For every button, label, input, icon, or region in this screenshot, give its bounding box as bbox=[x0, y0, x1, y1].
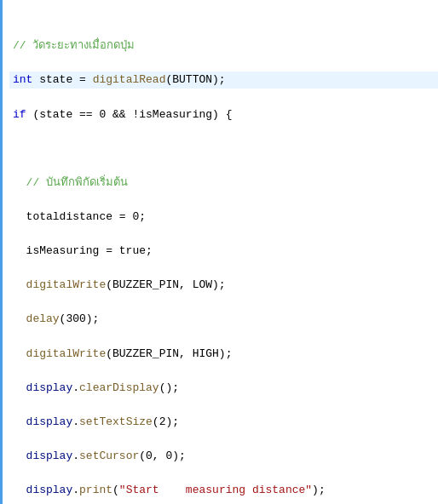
code-token: totaldistance = 0; bbox=[13, 210, 146, 223]
code-token: (BUZZER_PIN, LOW); bbox=[106, 278, 225, 291]
code-token: (BUZZER_PIN, HIGH); bbox=[106, 347, 232, 360]
code-line: digitalWrite(BUZZER_PIN, LOW); bbox=[9, 277, 438, 294]
code-token: digitalWrite bbox=[13, 278, 106, 291]
code-line: if (state == 0 && !isMeasuring) { bbox=[9, 106, 438, 123]
code-line: totaldistance = 0; bbox=[9, 209, 438, 226]
code-token: (0, 0); bbox=[139, 450, 186, 462]
code-token: digitalRead bbox=[93, 73, 166, 86]
code-line: digitalWrite(BUZZER_PIN, HIGH); bbox=[9, 346, 438, 363]
code-token: (2); bbox=[153, 415, 179, 428]
code-token: display bbox=[13, 484, 72, 496]
code-token: (state == 0 && !isMeasuring) { bbox=[26, 108, 233, 121]
code-token: digitalWrite bbox=[13, 347, 106, 360]
code-line: display.print("Start measuring distance"… bbox=[9, 482, 438, 499]
code-token: (300); bbox=[60, 312, 100, 325]
code-editor: // วัดระยะทางเมื่อกดปุ่ม int state = dig… bbox=[0, 0, 438, 504]
code-line: display.setCursor(0, 0); bbox=[9, 448, 438, 465]
code-line bbox=[9, 140, 438, 158]
code-token: // บันทึกพิกัดเริ่มต้น bbox=[13, 176, 128, 189]
code-token: print bbox=[79, 484, 112, 496]
code-token: clearDisplay bbox=[79, 381, 159, 394]
code-token: "Start measuring distance" bbox=[119, 484, 312, 496]
code-token: display bbox=[13, 415, 72, 428]
code-token: . bbox=[72, 450, 79, 462]
code-token: state = bbox=[32, 73, 92, 86]
code-token: ( bbox=[112, 484, 119, 496]
code-token: setTextSize bbox=[79, 415, 153, 428]
code-token: . bbox=[72, 381, 79, 394]
code-token: setCursor bbox=[79, 450, 139, 462]
code-line: display.setTextSize(2); bbox=[9, 414, 438, 431]
code-token: ); bbox=[312, 484, 326, 496]
code-token: . bbox=[72, 484, 79, 496]
code-line: delay(300); bbox=[9, 311, 438, 328]
code-line: // บันทึกพิกัดเริ่มต้น bbox=[9, 175, 438, 192]
code-line: isMeasuring = true; bbox=[9, 243, 438, 260]
code-token: (); bbox=[159, 381, 179, 394]
code-lines: // วัดระยะทางเมื่อกดปุ่ม int state = dig… bbox=[0, 0, 438, 504]
code-token: (BUTTON); bbox=[165, 73, 225, 86]
code-token: int bbox=[13, 73, 32, 86]
code-token: if bbox=[13, 108, 26, 121]
code-line: // วัดระยะทางเมื่อกดปุ่ม bbox=[9, 37, 438, 54]
code-line: display.clearDisplay(); bbox=[9, 380, 438, 397]
code-token: delay bbox=[13, 312, 60, 325]
code-token: isMeasuring = true; bbox=[13, 244, 153, 257]
code-token: display bbox=[13, 381, 72, 394]
code-token: // วัดระยะทางเมื่อกดปุ่ม bbox=[13, 39, 135, 52]
code-token: . bbox=[72, 415, 79, 428]
code-line: int state = digitalRead(BUTTON); bbox=[9, 72, 438, 89]
code-token: display bbox=[13, 450, 72, 462]
